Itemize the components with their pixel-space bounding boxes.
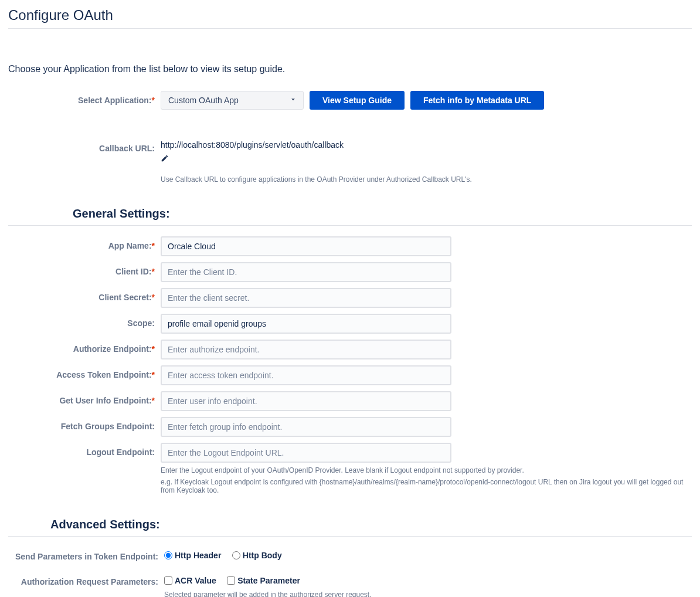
- app-name-input[interactable]: [161, 236, 451, 256]
- logout-endpoint-input[interactable]: [161, 443, 451, 463]
- callback-url-value: http://localhost:8080/plugins/servlet/oa…: [161, 140, 692, 150]
- edit-callback-url-icon[interactable]: [161, 154, 169, 165]
- state-parameter-checkbox-label[interactable]: State Parameter: [227, 576, 300, 585]
- select-application-dropdown[interactable]: Custom OAuth App: [161, 91, 304, 110]
- userinfo-endpoint-label: Get User Info Endpoint:*: [8, 391, 161, 405]
- http-header-radio[interactable]: [164, 551, 172, 559]
- fetch-groups-endpoint-input[interactable]: [161, 417, 451, 437]
- logout-endpoint-label: Logout Endpoint:: [8, 443, 161, 457]
- http-body-radio[interactable]: [232, 551, 240, 559]
- acr-value-checkbox[interactable]: [164, 576, 172, 585]
- client-secret-label: Client Secret:*: [8, 288, 161, 302]
- view-setup-guide-button[interactable]: View Setup Guide: [310, 91, 405, 110]
- client-id-label: Client ID:*: [8, 262, 161, 276]
- advanced-settings-heading: Advanced Settings:: [50, 518, 692, 531]
- state-parameter-checkbox[interactable]: [227, 576, 235, 585]
- general-settings-heading: General Settings:: [73, 207, 692, 221]
- intro-text: Choose your Application from the list be…: [8, 64, 700, 74]
- authorize-endpoint-input[interactable]: [161, 340, 451, 359]
- send-params-label: Send Parameters in Token Endpoint:: [0, 547, 164, 561]
- chevron-down-icon: [289, 96, 297, 106]
- app-name-label: App Name:*: [8, 236, 161, 250]
- acr-value-checkbox-label[interactable]: ACR Value: [164, 576, 216, 585]
- logout-hint-1: Enter the Logout endpoint of your OAuth/…: [161, 466, 692, 474]
- access-token-endpoint-label: Access Token Endpoint:*: [8, 365, 161, 379]
- authorize-endpoint-label: Authorize Endpoint:*: [8, 340, 161, 354]
- scope-input[interactable]: [161, 314, 451, 334]
- userinfo-endpoint-input[interactable]: [161, 391, 451, 411]
- client-secret-input[interactable]: [161, 288, 451, 308]
- callback-url-hint: Use Callback URL to configure applicatio…: [161, 175, 692, 184]
- logout-hint-2: e.g. If Keycloak Logout endpoint is conf…: [161, 478, 692, 494]
- page-title: Configure OAuth: [8, 7, 700, 23]
- divider: [8, 225, 692, 226]
- divider: [8, 28, 692, 29]
- select-application-label: Select Application:*: [8, 91, 161, 105]
- access-token-endpoint-input[interactable]: [161, 365, 451, 385]
- fetch-metadata-button[interactable]: Fetch info by Metadata URL: [410, 91, 544, 110]
- auth-req-params-label: Authorization Request Parameters:: [0, 572, 164, 586]
- scope-label: Scope:: [8, 314, 161, 328]
- http-body-radio-label[interactable]: Http Body: [232, 551, 282, 560]
- http-header-radio-label[interactable]: Http Header: [164, 551, 221, 560]
- fetch-groups-endpoint-label: Fetch Groups Endpoint:: [8, 417, 161, 431]
- auth-req-hint: Selected parameter will be added in the …: [164, 591, 692, 597]
- callback-url-label: Callback URL:: [8, 139, 161, 153]
- divider: [8, 536, 692, 537]
- client-id-input[interactable]: [161, 262, 451, 282]
